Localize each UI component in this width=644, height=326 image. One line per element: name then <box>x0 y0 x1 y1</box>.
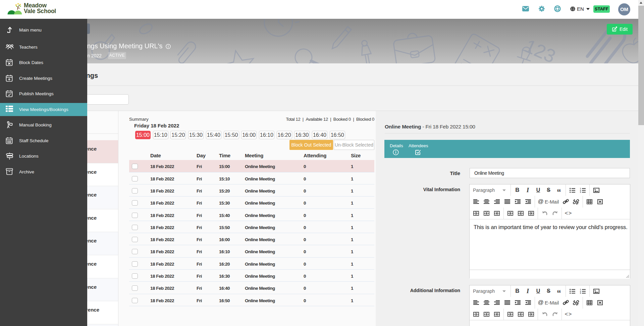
svg-text:3: 3 <box>580 191 581 193</box>
svg-text:3: 3 <box>580 292 581 294</box>
